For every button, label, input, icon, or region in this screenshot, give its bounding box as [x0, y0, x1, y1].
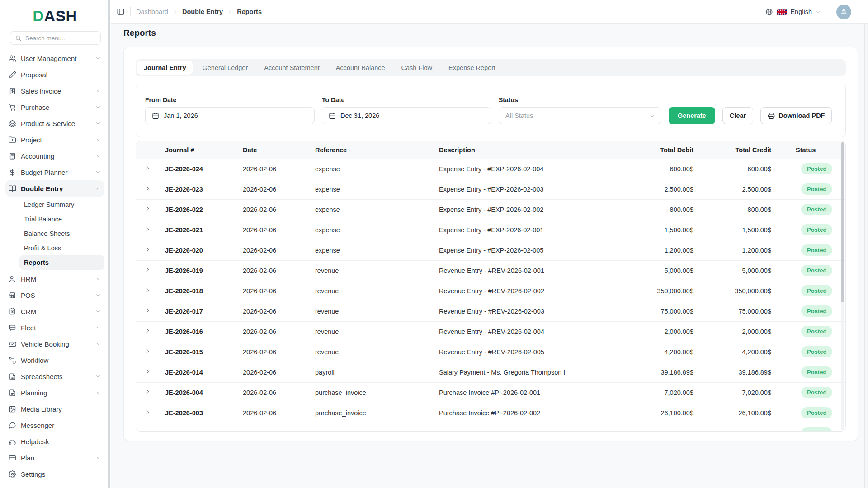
sidebar-subitem-trial-balance[interactable]: Trial Balance — [19, 212, 104, 226]
from-date-input[interactable]: Jan 1, 2026 — [145, 107, 315, 124]
sidebar-item-budget-planner[interactable]: Budget Planner — [5, 164, 104, 180]
tab-expense-report[interactable]: Expense Report — [442, 61, 502, 75]
window-scrollbar-track[interactable] — [864, 24, 868, 488]
expand-row-icon[interactable] — [145, 368, 151, 375]
tab-cash-flow[interactable]: Cash Flow — [395, 61, 439, 75]
col-total-credit: Total Credit — [704, 141, 782, 159]
sidebar-item-accounting[interactable]: Accounting — [5, 148, 104, 164]
table-row[interactable]: JE-2026-0212026-02-06expenseExpense Entr… — [136, 220, 845, 240]
table-row[interactable]: JE-2026-0032026-02-06purchase_invoicePur… — [136, 403, 845, 423]
expand-row-icon[interactable] — [145, 185, 151, 192]
status-badge: Posted — [801, 407, 832, 418]
report-tabs: Journal Entry General Ledger Account Sta… — [136, 59, 846, 76]
sidebar-subitem-ledger-summary[interactable]: Ledger Summary — [19, 197, 104, 212]
sidebar-item-proposal[interactable]: Proposal — [5, 66, 104, 83]
sidebar-item-workflow[interactable]: Workflow — [5, 352, 104, 368]
expand-row-icon[interactable] — [145, 348, 151, 354]
users-icon — [9, 55, 16, 62]
table-row[interactable]: JE-2026-0232026-02-06expenseExpense Entr… — [136, 179, 845, 199]
sidebar-item-settings[interactable]: Settings — [5, 466, 104, 482]
sidebar-item-product-service[interactable]: Product & Service — [5, 115, 104, 131]
expand-row-icon[interactable] — [145, 307, 151, 314]
sidebar-item-planning[interactable]: Planning — [5, 385, 104, 401]
breadcrumb: Dashboard Double Entry Reports — [136, 8, 262, 15]
expand-row-icon[interactable] — [145, 226, 151, 232]
sidebar-item-crm[interactable]: CRM — [5, 303, 104, 319]
sidebar-item-helpdesk[interactable]: Helpdesk — [5, 433, 104, 450]
chevron-down-icon — [95, 292, 101, 298]
table-row[interactable]: JE-2026-0142026-02-06payrollSalary Payme… — [136, 362, 845, 382]
sidebar-search — [10, 31, 101, 45]
status-badge: Posted — [801, 163, 832, 174]
dollar-icon — [9, 169, 16, 176]
chevron-right-icon — [227, 9, 232, 14]
sidebar-scrollbar-thumb[interactable] — [108, 0, 110, 488]
sidebar-item-vehicle-booking[interactable]: Vehicle Booking — [5, 336, 104, 352]
tab-journal-entry[interactable]: Journal Entry — [137, 61, 193, 75]
download-pdf-button[interactable]: Download PDF — [760, 107, 832, 124]
user-avatar[interactable] — [836, 5, 851, 19]
chevron-down-icon — [649, 113, 655, 119]
table-row[interactable]: JE-2026-0182026-02-06revenueRevenue Entr… — [136, 281, 845, 301]
sidebar-item-pos[interactable]: POS — [5, 287, 104, 303]
clear-button[interactable]: Clear — [722, 107, 753, 124]
col-total-debit: Total Debit — [623, 141, 704, 159]
sidebar-item-messenger[interactable]: Messenger — [5, 417, 104, 433]
expand-row-icon[interactable] — [145, 389, 151, 395]
id-card-icon — [9, 308, 16, 315]
sidebar-subitem-profit-loss[interactable]: Profit & Loss — [19, 241, 104, 255]
expand-row-icon[interactable] — [145, 165, 151, 171]
chevron-down-icon — [95, 137, 101, 142]
table-row[interactable]: JE-2026-0152026-02-06revenueRevenue Entr… — [136, 342, 845, 362]
tab-account-balance[interactable]: Account Balance — [329, 61, 392, 75]
gear-icon — [9, 470, 16, 478]
sidebar-item-spreadsheets[interactable]: Spreadsheets — [5, 368, 104, 385]
folder-icon — [9, 136, 16, 144]
table-row[interactable]: JE-2026-0022026-02-06sales_invoiceCGST f… — [136, 423, 845, 432]
expand-row-icon[interactable] — [145, 429, 151, 432]
tab-account-statement[interactable]: Account Statement — [257, 61, 326, 75]
table-row[interactable]: JE-2026-0162026-02-06revenueRevenue Entr… — [136, 321, 845, 342]
table-row[interactable]: JE-2026-0192026-02-06revenueRevenue Entr… — [136, 260, 845, 281]
sidebar-item-sales-invoice[interactable]: Sales Invoice — [5, 83, 104, 99]
sidebar-item-fleet[interactable]: Fleet — [5, 319, 104, 336]
sidebar-item-plan[interactable]: Plan — [5, 450, 104, 466]
expand-row-icon[interactable] — [145, 246, 151, 253]
search-input[interactable] — [25, 35, 96, 42]
sidebar-item-project[interactable]: Project — [5, 131, 104, 148]
sidebar-subitem-reports[interactable]: Reports — [19, 255, 104, 270]
col-status: Status — [782, 141, 845, 159]
status-label: Status — [499, 96, 661, 103]
sidebar-item-purchase[interactable]: Purchase — [5, 99, 104, 115]
table-row[interactable]: JE-2026-0222026-02-06expenseExpense Entr… — [136, 199, 845, 220]
expand-row-icon[interactable] — [145, 328, 151, 334]
sidebar-item-user-management[interactable]: User Management — [5, 50, 104, 66]
table-scrollbar-thumb[interactable] — [841, 142, 844, 302]
breadcrumb-double-entry[interactable]: Double Entry — [182, 8, 223, 15]
from-date-label: From Date — [145, 96, 315, 103]
sidebar-item-media-library[interactable]: Media Library — [5, 401, 104, 417]
expand-row-icon[interactable] — [145, 409, 151, 415]
table-row[interactable]: JE-2026-0242026-02-06expenseExpense Entr… — [136, 159, 845, 179]
table-row[interactable]: JE-2026-0172026-02-06revenueRevenue Entr… — [136, 301, 845, 321]
breadcrumb-dashboard[interactable]: Dashboard — [136, 8, 168, 15]
to-date-input[interactable]: Dec 31, 2026 — [322, 107, 491, 124]
status-badge: Posted — [801, 204, 832, 215]
sidebar-item-double-entry[interactable]: Double Entry — [5, 180, 104, 197]
language-selector[interactable]: English — [765, 8, 821, 16]
table-row[interactable]: JE-2026-0202026-02-06expenseExpense Entr… — [136, 240, 845, 260]
tab-general-ledger[interactable]: General Ledger — [195, 61, 255, 75]
generate-button[interactable]: Generate — [669, 107, 715, 124]
top-header: Dashboard Double Entry Reports English — [111, 0, 868, 24]
expand-row-icon[interactable] — [145, 287, 151, 293]
expand-row-icon[interactable] — [145, 267, 151, 273]
sidebar-item-hrm[interactable]: HRM — [5, 271, 104, 287]
status-select[interactable]: All Status — [499, 107, 661, 124]
expand-row-icon[interactable] — [145, 206, 151, 212]
page-content: Reports Journal Entry General Ledger Acc… — [111, 24, 868, 441]
table-row[interactable]: JE-2026-0042026-02-06purchase_invoicePur… — [136, 382, 845, 403]
status-badge: Posted — [801, 224, 832, 235]
sidebar-toggle-icon[interactable] — [117, 8, 125, 16]
sidebar-subitem-balance-sheets[interactable]: Balance Sheets — [19, 226, 104, 241]
credit-card-icon — [9, 454, 16, 462]
